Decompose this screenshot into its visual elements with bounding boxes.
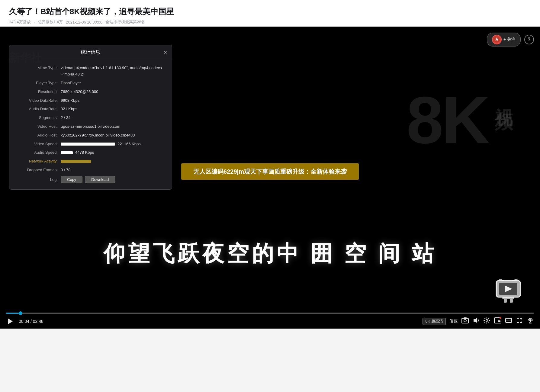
stats-log-row: Log: Copy Download bbox=[15, 176, 166, 183]
video-title: 久等了！B站首个8K视频来了，追寻最美中国星 bbox=[9, 6, 531, 17]
stats-row-segments: Segments: 2 / 34 bbox=[15, 115, 166, 121]
tv-logo bbox=[495, 279, 522, 304]
follow-label: + 关注 bbox=[503, 37, 516, 42]
network-activity-label: Network Activity: bbox=[15, 158, 61, 165]
mime-type-value: video/mp4;codecs="hev1.1.6.L180.90", aud… bbox=[61, 65, 166, 78]
stats-row-audio-speed: Audio Speed: 4478 Kbps bbox=[15, 149, 166, 156]
svg-rect-16 bbox=[498, 320, 500, 322]
bg-video-text: 视频 bbox=[491, 93, 516, 102]
network-activity-bar bbox=[61, 160, 91, 163]
audio-host-label: Audio Host: bbox=[15, 132, 61, 139]
log-buttons: Copy Download bbox=[61, 176, 115, 183]
video-host-value: upos-sz-mirrorcoso1.bilivideo.com bbox=[61, 124, 166, 130]
stats-row-dropped-frames: Dropped Frames: 0 / 78 bbox=[15, 167, 166, 173]
total-time: 02:48 bbox=[33, 319, 43, 324]
quality-selector[interactable]: 8K 超高清 bbox=[423, 318, 446, 325]
log-label: Log: bbox=[15, 177, 61, 182]
stats-row-video-speed: Video Speed: 221166 Kbps bbox=[15, 141, 166, 147]
player-type-value: DashPlayer bbox=[61, 80, 166, 86]
controls-right: 8K 超高清 倍速 bbox=[423, 317, 534, 326]
stats-dialog: 统计信息 × Mime Type: video/mp4;codecs="hev1… bbox=[9, 45, 172, 189]
bg-8k-text: 8K bbox=[407, 87, 488, 153]
video-controls: 00:04 / 02:48 8K 超高清 倍速 bbox=[0, 313, 540, 329]
player-type-label: Player Type: bbox=[15, 80, 61, 86]
video-top-right: + 关注 ? bbox=[487, 33, 534, 47]
audio-speed-bar bbox=[61, 151, 73, 154]
svg-point-14 bbox=[486, 320, 488, 321]
stats-row-mime: Mime Type: video/mp4;codecs="hev1.1.6.L1… bbox=[15, 65, 166, 78]
audio-host-value: xy60x162x79x77xy.mcdn.bilivideo.cn:4483 bbox=[61, 132, 166, 139]
pip-button[interactable] bbox=[494, 317, 501, 325]
stats-row-network: Network Activity: bbox=[15, 158, 166, 165]
svg-rect-6 bbox=[502, 297, 514, 299]
controls-bar: 00:04 / 02:48 8K 超高清 倍速 bbox=[6, 317, 534, 326]
title-section: 久等了！B站首个8K视频来了，追寻最美中国星 143.4万播放 · 总弹幕数1.… bbox=[0, 0, 540, 27]
segments-label: Segments: bbox=[15, 115, 61, 121]
broadcast-button[interactable] bbox=[527, 317, 534, 326]
notification-text: 无人区编码6229jm观天下事画质重磅升级：全新体验来袭 bbox=[193, 168, 347, 175]
video-datarate-value: 9908 Kbps bbox=[61, 98, 166, 104]
svg-marker-9 bbox=[8, 318, 13, 324]
svg-marker-13 bbox=[474, 318, 477, 323]
copy-button[interactable]: Copy bbox=[61, 176, 82, 183]
stats-row-audio-datarate: Audio DataRate: 321 Kbps bbox=[15, 106, 166, 112]
progress-track[interactable] bbox=[6, 313, 534, 314]
follow-button[interactable]: + 关注 bbox=[487, 33, 521, 47]
theater-button[interactable] bbox=[505, 317, 512, 325]
progress-dot bbox=[19, 311, 22, 315]
page-container: 久等了！B站首个8K视频来了，追寻最美中国星 143.4万播放 · 总弹幕数1.… bbox=[0, 0, 540, 329]
dropped-frames-label: Dropped Frames: bbox=[15, 167, 61, 173]
audio-datarate-label: Audio DataRate: bbox=[15, 106, 61, 112]
controls-left: 00:04 / 02:48 bbox=[6, 317, 43, 325]
video-wrapper: 新华社 8K 视频 仰望飞跃夜空的中 囲 空 间 站 统计信息 × Mime T… bbox=[0, 27, 540, 329]
time-display: 00:04 / 02:48 bbox=[19, 319, 43, 324]
mime-type-label: Mime Type: bbox=[15, 65, 61, 78]
svg-point-11 bbox=[464, 320, 466, 322]
video-speed-bar bbox=[61, 143, 115, 146]
audio-speed-container: 4478 Kbps bbox=[61, 149, 166, 156]
stats-row-video-datarate: Video DataRate: 9908 Kbps bbox=[15, 98, 166, 104]
volume-button[interactable] bbox=[472, 317, 480, 325]
stats-row-resolution: Resolution: 7680 x 4320@25.000 bbox=[15, 89, 166, 95]
rank-info: 全站排行榜最高第28名 bbox=[105, 19, 145, 25]
segments-value: 2 / 34 bbox=[61, 115, 166, 121]
time-separator: / bbox=[31, 319, 33, 324]
speed-selector[interactable]: 倍速 bbox=[449, 319, 458, 324]
svg-rect-18 bbox=[506, 318, 512, 323]
resolution-value: 7680 x 4320@25.000 bbox=[61, 89, 166, 95]
avatar-inner bbox=[493, 35, 501, 44]
stats-dialog-header: 统计信息 × bbox=[9, 45, 172, 60]
views-count: 143.4万播放 bbox=[9, 19, 31, 25]
video-datarate-label: Video DataRate: bbox=[15, 98, 61, 104]
video-speed-label: Video Speed: bbox=[15, 141, 61, 147]
dot-separator: · bbox=[34, 20, 35, 24]
stats-row-player: Player Type: DashPlayer bbox=[15, 80, 166, 86]
download-button[interactable]: Download bbox=[85, 176, 115, 183]
close-button[interactable]: × bbox=[164, 50, 167, 55]
audio-speed-label: Audio Speed: bbox=[15, 149, 61, 156]
svg-rect-8 bbox=[510, 299, 513, 303]
video-host-label: Video Host: bbox=[15, 124, 61, 130]
video-meta: 143.4万播放 · 总弹幕数1.4万 2021-12-06 10:00:06 … bbox=[9, 19, 531, 25]
stats-row-audio-host: Audio Host: xy60x162x79x77xy.mcdn.bilivi… bbox=[15, 132, 166, 139]
progress-fill bbox=[6, 313, 19, 314]
svg-rect-10 bbox=[462, 318, 468, 323]
upload-date: 2021-12-06 10:00:06 bbox=[66, 20, 102, 24]
video-speed-value: 221166 Kbps bbox=[117, 141, 141, 147]
resolution-label: Resolution: bbox=[15, 89, 61, 95]
svg-rect-7 bbox=[504, 299, 507, 303]
network-bar-container bbox=[61, 158, 166, 165]
fullscreen-button[interactable] bbox=[516, 317, 523, 325]
screenshot-button[interactable] bbox=[461, 317, 469, 325]
danmaku-count: 总弹幕数1.4万 bbox=[38, 19, 63, 25]
current-time: 00:04 bbox=[19, 319, 29, 324]
help-button[interactable]: ? bbox=[524, 35, 534, 44]
settings-button[interactable] bbox=[483, 317, 490, 326]
stats-dialog-body: Mime Type: video/mp4;codecs="hev1.1.6.L1… bbox=[9, 60, 172, 189]
avatar bbox=[492, 35, 502, 44]
svg-point-17 bbox=[500, 317, 501, 319]
audio-datarate-value: 321 Kbps bbox=[61, 106, 166, 112]
play-button[interactable] bbox=[6, 317, 14, 325]
video-speed-container: 221166 Kbps bbox=[61, 141, 166, 147]
notification-banner: 无人区编码6229jm观天下事画质重磅升级：全新体验来袭 bbox=[181, 163, 359, 180]
